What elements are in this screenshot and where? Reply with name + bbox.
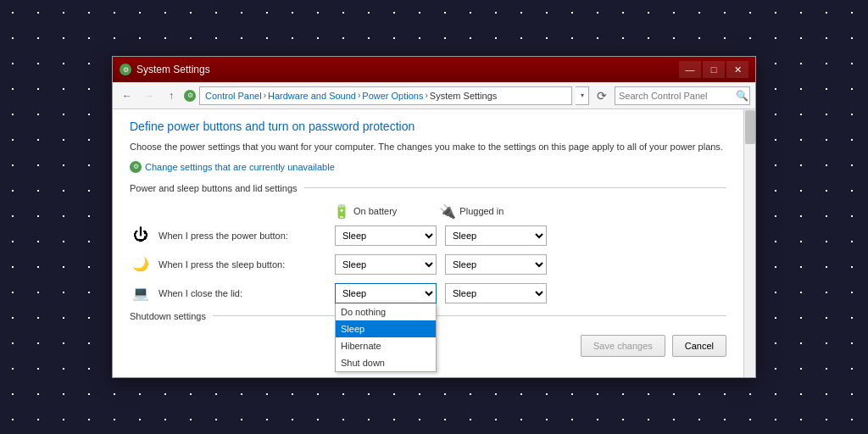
page-title: Define power buttons and turn on passwor… bbox=[130, 120, 726, 133]
column-headers: 🔋 On battery 🔌 Plugged in bbox=[333, 203, 726, 220]
battery-column-header: 🔋 On battery bbox=[333, 203, 397, 220]
shield-icon: ⚙ bbox=[130, 161, 142, 173]
lid-plugged-select[interactable]: Sleep Do nothing Hibernate Shut down bbox=[445, 283, 547, 303]
back-button[interactable]: ← bbox=[118, 86, 136, 105]
maximize-button[interactable]: □ bbox=[703, 61, 725, 78]
sleep-button-label: When I press the sleep button: bbox=[159, 259, 328, 270]
section-label: Power and sleep buttons and lid settings bbox=[130, 183, 298, 193]
breadcrumb-dropdown-button[interactable]: ▾ bbox=[576, 86, 589, 105]
scrollbar[interactable] bbox=[743, 109, 755, 377]
sleep-button-plugged-select[interactable]: Sleep Do nothing Hibernate Shut down bbox=[445, 254, 547, 275]
sleep-button-row: 🌙 When I press the sleep button: Sleep D… bbox=[130, 253, 726, 275]
system-settings-window: ⚙ System Settings — □ ✕ ← → ↑ ⚙ Control … bbox=[112, 56, 756, 378]
page-description: Choose the power settings that you want … bbox=[130, 140, 726, 154]
save-changes-button[interactable]: Save changes bbox=[581, 335, 665, 357]
window-title: System Settings bbox=[136, 64, 210, 75]
battery-label: On battery bbox=[353, 206, 397, 216]
sleep-button-dropdowns: Sleep Do nothing Hibernate Shut down Sle… bbox=[335, 254, 547, 275]
scrollbar-thumb[interactable] bbox=[745, 110, 755, 144]
section-divider-line bbox=[304, 187, 726, 188]
power-button-dropdowns: Sleep Do nothing Hibernate Shut down Sle… bbox=[335, 225, 547, 246]
plugged-column-header: 🔌 Plugged in bbox=[439, 203, 504, 220]
option-shut-down[interactable]: Shut down bbox=[336, 354, 436, 371]
search-input[interactable] bbox=[619, 91, 736, 101]
battery-icon: 🔋 bbox=[333, 203, 350, 220]
cancel-button[interactable]: Cancel bbox=[672, 335, 726, 357]
lid-battery-select[interactable]: Sleep bbox=[335, 283, 437, 303]
home-icon: ⚙ bbox=[184, 90, 196, 102]
power-button-row: ⏻ When I press the power button: Sleep D… bbox=[130, 225, 726, 247]
close-button[interactable]: ✕ bbox=[726, 61, 748, 78]
power-button-icon: ⏻ bbox=[130, 225, 152, 247]
forward-button[interactable]: → bbox=[140, 86, 159, 105]
refresh-button[interactable]: ⟳ bbox=[593, 86, 611, 105]
main-content: Define power buttons and turn on passwor… bbox=[113, 109, 743, 377]
search-icon: 🔍 bbox=[736, 90, 748, 102]
lid-close-dropdowns: Sleep Do nothing Sleep Hibernate Shut do… bbox=[335, 283, 547, 303]
settings-section-header: Power and sleep buttons and lid settings bbox=[130, 183, 726, 193]
sleep-button-icon: 🌙 bbox=[130, 253, 152, 275]
title-bar: ⚙ System Settings — □ ✕ bbox=[113, 57, 755, 82]
breadcrumb-control-panel[interactable]: Control Panel bbox=[205, 91, 262, 101]
lid-close-row: 💻 When I close the lid: Sleep Do nothing… bbox=[130, 282, 726, 304]
plug-icon: 🔌 bbox=[439, 203, 456, 220]
minimize-button[interactable]: — bbox=[679, 61, 701, 78]
change-settings-text: Change settings that are currently unava… bbox=[145, 162, 335, 172]
breadcrumb-hardware-sound[interactable]: Hardware and Sound bbox=[268, 91, 356, 101]
power-button-battery-select[interactable]: Sleep Do nothing Hibernate Shut down bbox=[335, 225, 437, 246]
lid-battery-dropdown-wrapper: Sleep Do nothing Sleep Hibernate Shut do… bbox=[335, 283, 437, 303]
option-do-nothing[interactable]: Do nothing bbox=[336, 303, 436, 320]
lid-battery-dropdown-list: Do nothing Sleep Hibernate Shut down bbox=[335, 303, 437, 372]
power-button-label: When I press the power button: bbox=[159, 231, 328, 241]
plugged-label: Plugged in bbox=[459, 206, 504, 216]
option-sleep[interactable]: Sleep bbox=[336, 320, 436, 337]
shutdown-divider-line bbox=[213, 315, 726, 316]
change-settings-link[interactable]: ⚙ Change settings that are currently una… bbox=[130, 161, 726, 173]
option-hibernate[interactable]: Hibernate bbox=[336, 337, 436, 354]
breadcrumb: Control Panel › Hardware and Sound › Pow… bbox=[199, 86, 572, 105]
breadcrumb-current: System Settings bbox=[430, 91, 497, 101]
shutdown-section-label: Shutdown settings bbox=[130, 311, 206, 321]
up-button[interactable]: ↑ bbox=[162, 86, 181, 105]
breadcrumb-power-options[interactable]: Power Options bbox=[362, 91, 423, 101]
lid-close-icon: 💻 bbox=[130, 282, 152, 304]
title-bar-buttons: — □ ✕ bbox=[679, 61, 748, 78]
address-bar: ← → ↑ ⚙ Control Panel › Hardware and Sou… bbox=[113, 82, 755, 109]
title-bar-left: ⚙ System Settings bbox=[120, 64, 210, 75]
sleep-button-battery-select[interactable]: Sleep Do nothing Hibernate Shut down bbox=[335, 254, 437, 275]
power-button-plugged-select[interactable]: Sleep Do nothing Hibernate Shut down bbox=[445, 225, 547, 246]
lid-close-label: When I close the lid: bbox=[159, 288, 328, 298]
app-icon: ⚙ bbox=[120, 64, 131, 75]
content-area: Define power buttons and turn on passwor… bbox=[113, 109, 755, 377]
search-box: 🔍 bbox=[615, 86, 750, 105]
